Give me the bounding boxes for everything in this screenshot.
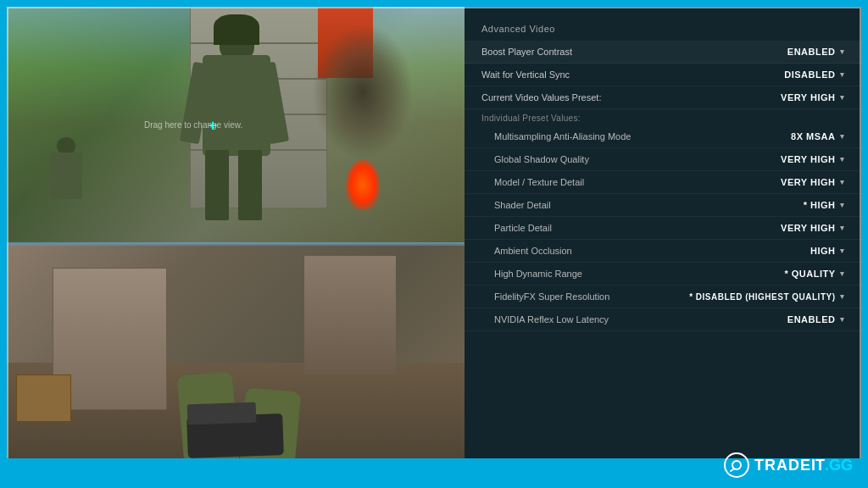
shadow-quality-row[interactable]: Global Shadow Quality VERY HIGH ▾	[465, 148, 861, 171]
chevron-icon: ▾	[840, 201, 845, 209]
particle-detail-row[interactable]: Particle Detail VERY HIGH ▾	[465, 217, 861, 240]
setting-label-particle: Particle Detail	[481, 223, 781, 233]
setting-value-hdr[interactable]: * QUALITY ▾	[784, 269, 844, 279]
shader-detail-row[interactable]: Shader Detail * HIGH ▾	[465, 194, 861, 217]
setting-value-particle[interactable]: VERY HIGH ▾	[781, 223, 844, 233]
logo-area[interactable]: TRADE IT .GG	[724, 452, 853, 478]
game-divider	[7, 244, 465, 246]
setting-label-ao: Ambient Occlusion	[481, 246, 810, 256]
game-area: + Drag here to change view.	[7, 7, 465, 481]
logo-gg: .GG	[825, 457, 853, 474]
setting-label-reflex: NVIDIA Reflex Low Latency	[481, 314, 787, 324]
chevron-icon: ▾	[840, 155, 845, 164]
setting-value-shadow[interactable]: VERY HIGH ▾	[781, 154, 844, 164]
setting-value-reflex[interactable]: ENABLED ▾	[787, 314, 844, 324]
chevron-icon: ▾	[840, 178, 845, 186]
wait-vsync-row[interactable]: Wait for Vertical Sync DISABLED ▾	[465, 64, 861, 86]
settings-panel[interactable]: Advanced Video Boost Player Contrast ENA…	[465, 7, 861, 481]
chevron-icon: ▾	[840, 247, 845, 255]
chevron-icon: ▾	[840, 269, 845, 278]
setting-value-shader[interactable]: * HIGH ▾	[804, 200, 844, 210]
chevron-icon: ▾	[840, 47, 845, 56]
setting-label-shadow: Global Shadow Quality	[481, 154, 781, 164]
chevron-icon: ▾	[840, 315, 845, 324]
setting-label-texture: Model / Texture Detail	[481, 177, 781, 187]
logo-text: TRADE IT .GG	[754, 457, 853, 474]
setting-label-preset: Current Video Values Preset:	[481, 92, 781, 103]
setting-value-msaa[interactable]: 8X MSAA ▾	[791, 131, 844, 141]
bottom-bar: TRADE IT .GG	[0, 458, 868, 488]
drag-text: Drag here to change view.	[144, 120, 242, 130]
setting-label-msaa: Multisampling Anti-Aliasing Mode	[481, 131, 791, 141]
setting-value-boost[interactable]: ENABLED ▾	[787, 47, 844, 57]
svg-point-0	[732, 461, 741, 469]
setting-label-boost: Boost Player Contrast	[481, 47, 787, 57]
chevron-icon: ▾	[840, 292, 845, 301]
video-preset-row[interactable]: Current Video Values Preset: VERY HIGH ▾	[465, 86, 861, 109]
chevron-icon: ▾	[840, 224, 845, 232]
setting-label-hdr: High Dynamic Range	[481, 269, 784, 279]
ambient-occlusion-row[interactable]: Ambient Occlusion HIGH ▾	[465, 240, 861, 263]
smoke-effect	[312, 24, 414, 159]
logo-it: IT	[811, 457, 825, 474]
logo-icon	[724, 452, 749, 478]
setting-value-texture[interactable]: VERY HIGH ▾	[781, 177, 844, 187]
texture-detail-row[interactable]: Model / Texture Detail VERY HIGH ▾	[465, 171, 861, 194]
game-bottom-panel	[7, 244, 465, 481]
setting-value-fsr[interactable]: * DISABLED (HIGHEST QUALITY) ▾	[689, 292, 844, 302]
boost-player-contrast-row[interactable]: Boost Player Contrast ENABLED ▾	[465, 41, 861, 64]
chevron-icon: ▾	[840, 70, 845, 79]
msaa-row[interactable]: Multisampling Anti-Aliasing Mode 8X MSAA…	[465, 125, 861, 148]
individual-preset-label: Individual Preset Values:	[465, 109, 861, 125]
setting-label-shader: Shader Detail	[481, 200, 804, 210]
section-title: Advanced Video	[465, 19, 861, 41]
game-top-panel: + Drag here to change view.	[7, 7, 465, 244]
fire-effect	[346, 159, 380, 210]
nvidia-reflex-row[interactable]: NVIDIA Reflex Low Latency ENABLED ▾	[465, 308, 861, 331]
setting-value-preset[interactable]: VERY HIGH ▾	[781, 92, 844, 103]
setting-value-vsync[interactable]: DISABLED ▾	[784, 69, 844, 80]
fsr-row[interactable]: FidelityFX Super Resolution * DISABLED (…	[465, 286, 861, 308]
chevron-icon: ▾	[840, 132, 845, 141]
setting-label-vsync: Wait for Vertical Sync	[481, 69, 784, 80]
logo-trade: TRADE	[754, 457, 811, 474]
setting-value-ao[interactable]: HIGH ▾	[810, 246, 844, 256]
logo-svg-icon	[729, 458, 744, 473]
setting-label-fsr: FidelityFX Super Resolution	[481, 291, 689, 302]
hdr-row[interactable]: High Dynamic Range * QUALITY ▾	[465, 263, 861, 286]
chevron-icon: ▾	[840, 93, 845, 102]
main-container: + Drag here to change view.	[7, 7, 861, 481]
